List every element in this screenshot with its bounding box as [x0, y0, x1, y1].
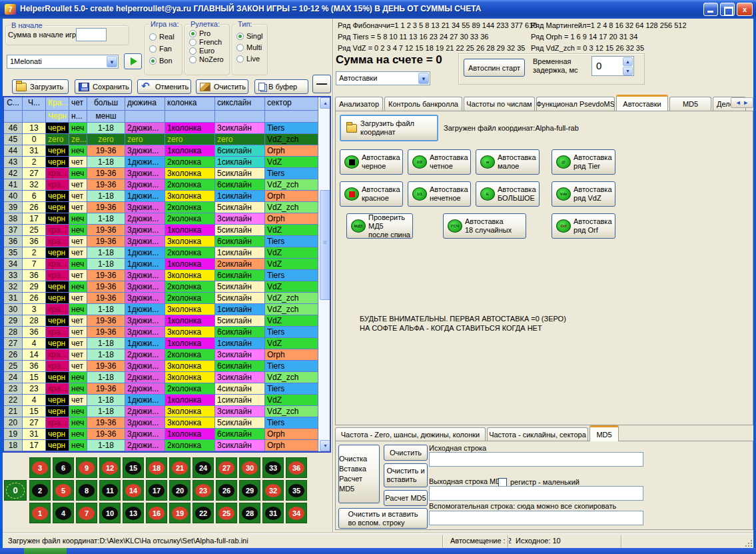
- freq-tab-3[interactable]: MD5: [589, 425, 619, 441]
- table-row[interactable]: 4613черннеч1-182дюжи...1колонка3сиклайнT…: [4, 123, 318, 134]
- radio-icon[interactable]: [149, 33, 157, 41]
- bet-button-even[interactable]: 2/2Автоставка четное: [408, 149, 471, 175]
- freq-tab-1[interactable]: Частота - Zero, шансы, дюжины, колонки: [335, 427, 486, 441]
- profile-combobox[interactable]: 1Melonati ▼: [7, 55, 119, 69]
- table-row[interactable]: 224чернчет1-181дюжи...1колонка1сиклайнVd…: [4, 395, 318, 406]
- table-row[interactable]: 1931черннеч19-363дюжи...1колонка6сиклайн…: [4, 429, 318, 440]
- bet-button-tier-spiral[interactable]: @Автоставка ряд Tier: [552, 149, 615, 175]
- table-row[interactable]: 352чернчет1-181дюжи...2колонка1сиклайнVd…: [4, 247, 318, 259]
- radio-icon[interactable]: [149, 45, 157, 53]
- md5-output-input[interactable]: [429, 486, 643, 501]
- roulette-cell-9[interactable]: 9: [76, 457, 97, 478]
- collapse-button[interactable]: —: [312, 75, 331, 93]
- roulette-cell-16[interactable]: 16: [146, 503, 167, 523]
- radio-option-bon[interactable]: Bon: [145, 57, 182, 65]
- roulette-cell-2[interactable]: 2: [29, 480, 51, 501]
- table-row[interactable]: 3336кра...чет19-363дюжи...3колонка6сикла…: [4, 270, 318, 281]
- scroll-down-icon[interactable]: ▼: [320, 440, 331, 451]
- bet-button-md5-check[interactable]: МД5Проверить МД5 после спина: [346, 213, 413, 239]
- chevron-down-icon[interactable]: ▼: [107, 56, 117, 67]
- table-row[interactable]: 4132кра...чет19-363дюжи...2колонка6сикла…: [4, 179, 318, 191]
- resize-grip[interactable]: [744, 539, 752, 547]
- mode-combobox[interactable]: Автоставки ▼: [336, 71, 430, 85]
- radio-icon[interactable]: [189, 39, 196, 46]
- table-row[interactable]: 3229черннеч19-363дюжи...2колонка5сиклайн…: [4, 281, 318, 293]
- radio-option-french[interactable]: French: [185, 38, 229, 46]
- roulette-cell-25[interactable]: 25: [216, 503, 237, 523]
- bet-button-vdz[interactable]: VdzАвтоставка ряд VdZ: [552, 181, 615, 207]
- roulette-cell-17[interactable]: 17: [146, 480, 167, 501]
- roulette-cell-31[interactable]: 31: [262, 503, 284, 523]
- delay-spinner[interactable]: 0 ▲ ▼: [591, 56, 634, 76]
- table-row[interactable]: 2323кра...неч19-362дюжи...2колонка4сикла…: [4, 383, 318, 395]
- source-string-input[interactable]: [429, 452, 643, 467]
- table-row[interactable]: 2928чернчет19-363дюжи...1колонка5сиклайн…: [4, 315, 318, 327]
- clear-paste-aux-button[interactable]: Очистить и вставить во вспом. строку: [338, 508, 428, 529]
- column-header[interactable]: [4, 111, 23, 123]
- roulette-cell-12[interactable]: 12: [99, 457, 121, 478]
- start-sum-input[interactable]: [76, 28, 107, 41]
- tab-1[interactable]: Анализатор: [335, 97, 383, 111]
- column-header[interactable]: [165, 111, 215, 123]
- roulette-cell-30[interactable]: 30: [239, 457, 260, 478]
- radio-icon[interactable]: [189, 30, 196, 37]
- roulette-cell-5[interactable]: 5: [53, 480, 74, 501]
- undo-button[interactable]: Отменить: [137, 79, 191, 94]
- roulette-cell-18[interactable]: 18: [146, 457, 167, 478]
- column-header[interactable]: больш: [87, 97, 125, 111]
- clear-paste-calc-button[interactable]: Очистка Вставка Расчет MD5: [338, 445, 380, 503]
- column-header[interactable]: менш: [87, 111, 125, 123]
- column-header[interactable]: [265, 111, 318, 123]
- table-row[interactable]: 1817черннеч1-182дюжи...2колонка3сиклайнO…: [4, 440, 318, 451]
- radio-icon[interactable]: [236, 33, 244, 40]
- roulette-cell-3[interactable]: 3: [29, 457, 51, 478]
- calc-md5-button[interactable]: Расчет MD5: [384, 490, 428, 506]
- roulette-zero-cell[interactable]: 0: [4, 480, 27, 501]
- spin-up-icon[interactable]: ▲: [623, 57, 633, 66]
- radio-icon[interactable]: [149, 57, 157, 65]
- table-row[interactable]: 3926чернчет19-363дюжи...2колонка5сиклайн…: [4, 202, 318, 213]
- roulette-cell-22[interactable]: 22: [192, 503, 214, 523]
- radio-option-fan[interactable]: Fan: [145, 45, 182, 53]
- roulette-cell-33[interactable]: 33: [262, 457, 284, 478]
- roulette-cell-27[interactable]: 27: [216, 457, 237, 478]
- column-header[interactable]: чет: [69, 97, 87, 111]
- close-button[interactable]: x: [737, 3, 753, 16]
- table-row[interactable]: 2027кра...неч19-363дюжи...3колонка5сикла…: [4, 417, 318, 429]
- roulette-cell-24[interactable]: 24: [192, 457, 214, 478]
- table-row[interactable]: 2115черннеч1-182дюжи...3колонка3сиклайнV…: [4, 406, 318, 417]
- table-row[interactable]: 2415черннеч1-182дюжи...3колонка3сиклайнV…: [4, 372, 318, 383]
- roulette-cell-6[interactable]: 6: [53, 457, 74, 478]
- radio-icon[interactable]: [189, 47, 196, 55]
- radio-option-real[interactable]: Real: [145, 33, 182, 41]
- column-header[interactable]: [23, 111, 46, 123]
- column-header[interactable]: Черн: [46, 111, 69, 123]
- bet-button-small-m[interactable]: мАвтоставка малое: [476, 149, 540, 175]
- bet-button-orf[interactable]: OrfАвтоставка ряд Orf: [552, 213, 615, 239]
- clear-and-paste-button[interactable]: Очистить и вставить: [384, 463, 428, 487]
- column-header[interactable]: [215, 111, 265, 123]
- column-header[interactable]: сикслайн: [215, 97, 265, 111]
- freq-tab-2[interactable]: Частота - сиклайны, сектора: [487, 427, 588, 441]
- roulette-cell-32[interactable]: 32: [262, 480, 284, 501]
- table-row[interactable]: 3126чернчет19-363дюжи...2колонка5сиклайн…: [4, 293, 318, 304]
- table-row[interactable]: 432чернчет1-181дюжи...2колонка1сиклайнVd…: [4, 157, 318, 168]
- table-row[interactable]: 2536кра...чет19-363дюжи...3колонка6сикла…: [4, 361, 318, 372]
- radio-option-singl[interactable]: Singl: [232, 32, 267, 40]
- spin-down-icon[interactable]: ▼: [623, 67, 633, 75]
- table-row[interactable]: 2614кра...чет1-182дюжи...2колонка3сиклай…: [4, 349, 318, 361]
- column-header[interactable]: дюжина: [125, 97, 165, 111]
- bet-button-random[interactable]: ГСЧАвтоставка 18 случайных: [443, 213, 526, 239]
- tab-scroll-arrows-icon[interactable]: ◄ ►: [731, 97, 753, 108]
- column-header[interactable]: Кра...: [46, 97, 69, 111]
- roulette-cell-4[interactable]: 4: [53, 503, 74, 523]
- column-header[interactable]: [125, 111, 165, 123]
- roulette-cell-26[interactable]: 26: [216, 480, 237, 501]
- aux-string-input[interactable]: [429, 511, 643, 525]
- radio-icon[interactable]: [236, 55, 244, 63]
- radio-option-nozero[interactable]: NoZero: [185, 55, 229, 63]
- roulette-cell-1[interactable]: 1: [29, 503, 51, 523]
- clean-button[interactable]: Очистить: [196, 79, 248, 94]
- roulette-cell-15[interactable]: 15: [123, 457, 144, 478]
- column-header[interactable]: Ч...: [23, 97, 46, 111]
